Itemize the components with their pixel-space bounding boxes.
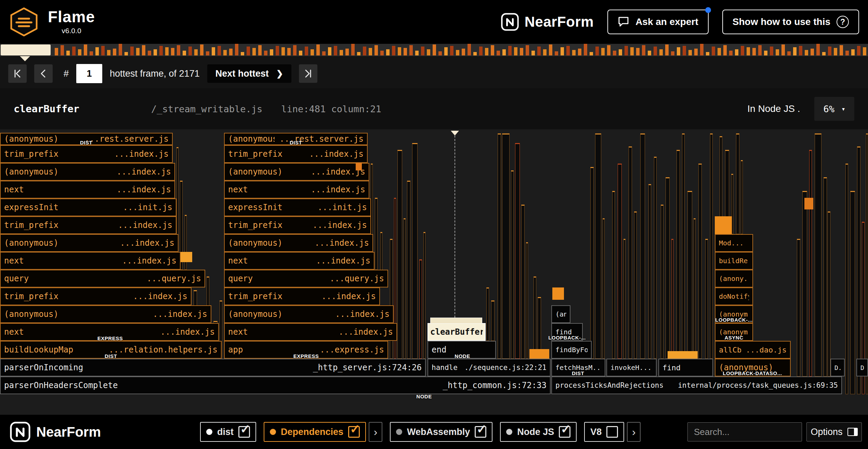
flame-frame[interactable]: allCb...dao.js bbox=[715, 341, 791, 359]
flame-spire[interactable] bbox=[676, 150, 680, 359]
flame-spire[interactable] bbox=[654, 157, 657, 359]
flame-frame[interactable]: expressInit...init.js bbox=[0, 198, 176, 216]
flame-spire[interactable] bbox=[828, 211, 830, 376]
flame-frame[interactable]: trim_prefix...index.js bbox=[0, 145, 173, 163]
flame-frame[interactable]: trim_prefix...index.js bbox=[224, 216, 371, 234]
filter-expand-button[interactable]: › bbox=[369, 422, 382, 442]
last-frame-button[interactable] bbox=[299, 64, 317, 83]
show-how-button[interactable]: Show how to use this ? bbox=[722, 10, 859, 34]
flame-spire[interactable] bbox=[404, 218, 406, 359]
flame-spire[interactable] bbox=[648, 184, 651, 359]
flame-spire[interactable] bbox=[640, 133, 645, 359]
filter-dependencies[interactable]: Dependencies✓ bbox=[264, 422, 366, 442]
flame-frame[interactable]: invokeH... bbox=[606, 359, 657, 376]
flame-frame[interactable]: handle./sequence.js:22:21 bbox=[428, 359, 551, 376]
flame-frame[interactable]: (anonymous)...index.js bbox=[224, 234, 373, 252]
flame-frame[interactable]: trim_prefix...index.js bbox=[224, 287, 380, 305]
flame-spire[interactable] bbox=[419, 259, 422, 359]
filter-dist[interactable]: dist✓ bbox=[200, 422, 256, 442]
flame-spire[interactable] bbox=[666, 177, 670, 359]
flame-frame[interactable]: next...index.js bbox=[0, 181, 175, 198]
minimap[interactable] bbox=[0, 44, 868, 56]
flame-spire[interactable] bbox=[705, 239, 708, 359]
first-frame-button[interactable] bbox=[8, 64, 27, 83]
filter-expand-button[interactable]: › bbox=[627, 422, 641, 442]
flame-spire[interactable] bbox=[590, 167, 594, 359]
flame-frame[interactable]: (anonymous)...index.js bbox=[224, 305, 394, 323]
flame-frame[interactable]: buildRe... bbox=[715, 252, 753, 270]
flame-spire[interactable] bbox=[423, 232, 425, 359]
flame-frame[interactable]: processTicksAndRejectionsinternal/proces… bbox=[551, 376, 842, 394]
flame-frame[interactable]: (an... bbox=[551, 305, 570, 323]
flame-frame[interactable]: trim_prefix...index.js bbox=[0, 287, 192, 305]
minimap-selection[interactable] bbox=[1, 44, 51, 55]
filter-checkbox[interactable] bbox=[606, 426, 618, 438]
search-input[interactable] bbox=[687, 422, 802, 441]
flame-frame[interactable]: next...index.js bbox=[224, 323, 397, 341]
frame-number-input[interactable] bbox=[76, 64, 102, 83]
flame-spire[interactable] bbox=[741, 160, 743, 234]
flame-spire[interactable] bbox=[866, 133, 868, 394]
flame-frame[interactable]: next...index.js bbox=[0, 252, 181, 270]
flame-spire[interactable] bbox=[698, 164, 702, 359]
prev-frame-button[interactable] bbox=[34, 64, 53, 83]
flame-frame[interactable]: (anonymous)...index.js bbox=[224, 163, 369, 181]
ask-expert-button[interactable]: Ask an expert bbox=[607, 10, 709, 34]
flame-frame[interactable]: (anony... bbox=[715, 270, 753, 287]
flame-graph[interactable]: (anonymous)...rest.server.jstrim_prefix.… bbox=[0, 129, 868, 415]
flame-spire[interactable] bbox=[521, 205, 525, 359]
flame-frame[interactable]: D... bbox=[830, 359, 845, 376]
flame-frame[interactable]: find bbox=[658, 359, 713, 376]
flame-frame[interactable]: expressInit...init.js bbox=[224, 198, 371, 216]
flame-frame[interactable]: Mod... bbox=[715, 234, 753, 252]
filter-checkbox[interactable]: ✓ bbox=[348, 426, 360, 438]
flame-frame[interactable]: clearBuffer bbox=[428, 323, 486, 341]
flame-frame[interactable]: (anonymous)...index.js bbox=[0, 163, 175, 181]
flame-spire[interactable] bbox=[526, 242, 528, 359]
flame-block[interactable] bbox=[181, 252, 192, 262]
flame-frame[interactable]: query...query.js bbox=[0, 270, 205, 287]
flame-spire[interactable] bbox=[857, 146, 860, 394]
flame-frame[interactable]: parserOnHeadersComplete_http_common.js:7… bbox=[0, 376, 551, 394]
flame-spire[interactable] bbox=[694, 218, 696, 359]
flame-spire[interactable] bbox=[491, 300, 495, 341]
percent-select[interactable]: 6% ▾ bbox=[814, 97, 854, 121]
flame-block[interactable] bbox=[668, 351, 698, 359]
flame-spire[interactable] bbox=[797, 239, 800, 376]
flame-frame[interactable]: next...index.js bbox=[224, 252, 374, 270]
flame-spire[interactable] bbox=[595, 133, 601, 359]
flame-spire[interactable] bbox=[661, 205, 663, 359]
flame-block[interactable] bbox=[715, 216, 732, 234]
flame-spire[interactable] bbox=[397, 150, 402, 359]
flame-frame[interactable]: query...query.js bbox=[224, 270, 388, 287]
flame-spire[interactable] bbox=[623, 239, 626, 359]
flame-spire[interactable] bbox=[671, 239, 673, 359]
flame-spire[interactable] bbox=[486, 287, 489, 341]
flame-frame[interactable]: D... bbox=[856, 359, 868, 376]
filter-webassembly[interactable]: WebAssembly✓ bbox=[390, 422, 492, 442]
filter-node-js[interactable]: Node JS✓ bbox=[500, 422, 577, 442]
flame-block[interactable] bbox=[356, 163, 362, 170]
flame-block[interactable] bbox=[804, 198, 813, 209]
options-button[interactable]: Options bbox=[806, 422, 862, 441]
minimap-selection-handle[interactable] bbox=[20, 56, 30, 61]
flame-spire[interactable] bbox=[407, 181, 410, 359]
filter-checkbox[interactable]: ✓ bbox=[475, 426, 486, 438]
flame-spire[interactable] bbox=[736, 133, 739, 234]
flame-spire[interactable] bbox=[498, 133, 501, 359]
flame-spire[interactable] bbox=[534, 277, 536, 359]
filter-v8[interactable]: V8 bbox=[584, 422, 624, 442]
flame-block[interactable] bbox=[529, 349, 549, 359]
flame-block[interactable] bbox=[552, 287, 564, 300]
flame-spire[interactable] bbox=[850, 191, 855, 394]
flame-spire[interactable] bbox=[710, 133, 713, 359]
flame-spire[interactable] bbox=[618, 164, 622, 359]
flame-frame[interactable]: findByFor... bbox=[551, 341, 592, 359]
flame-spire[interactable] bbox=[375, 198, 378, 270]
filter-checkbox[interactable]: ✓ bbox=[238, 426, 250, 438]
flame-frame[interactable]: (anonymous)...index.js bbox=[0, 234, 179, 252]
flame-spire[interactable] bbox=[809, 150, 812, 376]
flame-frame[interactable]: (anonymous)...index.js bbox=[0, 305, 211, 323]
flame-spire[interactable] bbox=[687, 191, 692, 359]
flame-spire[interactable] bbox=[629, 146, 632, 359]
